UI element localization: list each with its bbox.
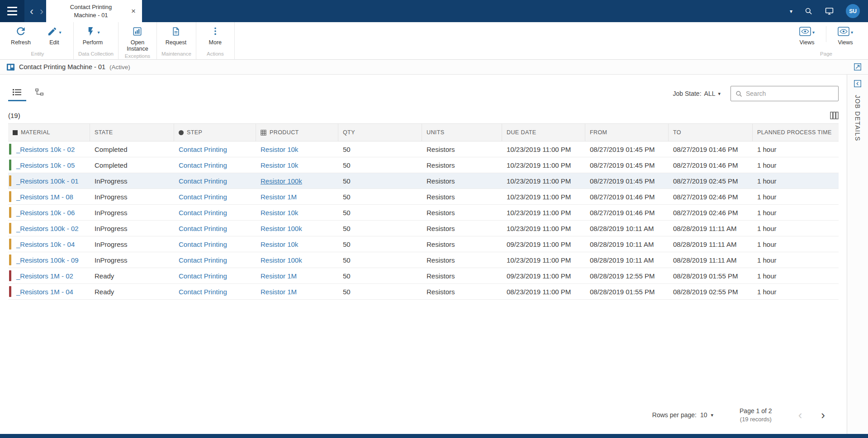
step-link[interactable]: Contact Printing — [179, 177, 227, 185]
product-link[interactable]: Resistor 100k — [261, 177, 302, 185]
table-row[interactable]: _Resistors 1M - 08InProgressContact Prin… — [8, 189, 839, 205]
step-link[interactable]: Contact Printing — [179, 209, 227, 217]
column-header-product[interactable]: PRODUCT — [256, 124, 338, 141]
table-row[interactable]: _Resistors 10k - 05CompletedContact Prin… — [8, 157, 839, 173]
ribbon-group-label-entity: Entity — [5, 50, 71, 58]
cell-step: Contact Printing — [174, 236, 256, 252]
cell-step: Contact Printing — [174, 189, 256, 204]
step-link[interactable]: Contact Printing — [179, 240, 227, 248]
status-accent-bar — [9, 144, 11, 155]
product-link[interactable]: Resistor 10k — [261, 240, 298, 248]
perform-button-label: Perform — [83, 39, 103, 46]
column-header-due-date[interactable]: DUE DATE — [502, 124, 585, 141]
cell-step: Contact Printing — [174, 141, 256, 157]
back-chevron-icon[interactable]: ‹ — [30, 6, 33, 17]
perform-button[interactable]: ▾ Perform — [76, 25, 109, 46]
cell-step: Contact Printing — [174, 173, 256, 188]
close-icon[interactable]: × — [129, 6, 138, 17]
chevron-down-icon[interactable]: ▾ — [790, 8, 792, 14]
product-link[interactable]: Resistor 1M — [261, 193, 297, 201]
table-row[interactable]: _Resistors 100k - 02InProgressContact Pr… — [8, 221, 839, 236]
ribbon-group-label-maintenance: Maintenance — [160, 50, 193, 58]
material-link[interactable]: _Resistors 1M - 08 — [16, 193, 73, 201]
status-accent-bar — [9, 175, 11, 186]
refresh-button[interactable]: Refresh — [5, 25, 37, 46]
job-state-filter[interactable]: Job State: ALL ▾ — [673, 90, 721, 97]
table-row[interactable]: _Resistors 100k - 09InProgressContact Pr… — [8, 252, 839, 268]
views-button-1[interactable]: ▾ Views — [791, 25, 823, 46]
column-header-from[interactable]: FROM — [585, 124, 669, 141]
step-link[interactable]: Contact Printing — [179, 288, 227, 296]
step-link[interactable]: Contact Printing — [179, 193, 227, 201]
list-view-toggle[interactable] — [8, 86, 26, 101]
material-link[interactable]: _Resistors 100k - 09 — [16, 256, 79, 264]
tab-contact-printing-machine[interactable]: Contact Printing Machine - 01 × — [46, 0, 142, 22]
product-link[interactable]: Resistor 10k — [261, 161, 298, 169]
next-page-icon[interactable]: › — [821, 409, 825, 421]
column-header-units[interactable]: UNITS — [422, 124, 502, 141]
table-row[interactable]: _Resistors 10k - 02CompletedContact Prin… — [8, 141, 839, 157]
rows-per-page-select[interactable]: Rows per page: 10 ▾ — [652, 411, 713, 419]
open-instance-button[interactable]: Open Instance — [121, 25, 154, 52]
column-header-to[interactable]: TO — [669, 124, 753, 141]
expand-panel-icon[interactable] — [854, 80, 862, 88]
column-header-step[interactable]: STEP — [174, 124, 256, 141]
table-row[interactable]: _Resistors 10k - 06InProgressContact Pri… — [8, 205, 839, 221]
material-link[interactable]: _Resistors 1M - 04 — [16, 288, 73, 296]
pager-controls: ‹ › — [798, 409, 837, 421]
previous-page-icon[interactable]: ‹ — [798, 409, 802, 421]
column-chooser-icon[interactable] — [830, 112, 839, 119]
forward-chevron-icon[interactable]: › — [40, 6, 43, 17]
caret-down-icon: ▾ — [59, 30, 61, 35]
table-row[interactable]: _Resistors 100k - 01InProgressContact Pr… — [8, 173, 839, 189]
material-link[interactable]: _Resistors 100k - 01 — [16, 177, 79, 185]
views-button-label: Views — [799, 39, 814, 46]
ellipsis-vertical-icon — [210, 26, 220, 38]
product-link[interactable]: Resistor 100k — [261, 256, 302, 264]
refresh-icon — [15, 25, 27, 39]
monitor-icon[interactable] — [825, 6, 834, 16]
product-link[interactable]: Resistor 10k — [261, 209, 298, 217]
product-link[interactable]: Resistor 100k — [261, 225, 302, 232]
material-link[interactable]: _Resistors 100k - 02 — [16, 225, 79, 232]
table-row[interactable]: _Resistors 1M - 02ReadyContact PrintingR… — [8, 268, 839, 284]
step-link[interactable]: Contact Printing — [179, 225, 227, 232]
material-link[interactable]: _Resistors 10k - 06 — [16, 209, 75, 217]
product-link[interactable]: Resistor 10k — [261, 146, 298, 153]
entity-board-icon — [6, 63, 15, 71]
column-header-qty[interactable]: QTY — [338, 124, 422, 141]
tab-title-line2: Machine - 01 — [52, 11, 129, 19]
cell-qty: 50 — [338, 189, 422, 204]
column-header-state[interactable]: STATE — [90, 124, 174, 141]
step-link[interactable]: Contact Printing — [179, 256, 227, 264]
user-avatar[interactable]: SU — [846, 4, 860, 18]
product-link[interactable]: Resistor 1M — [261, 272, 297, 280]
material-link[interactable]: _Resistors 10k - 04 — [16, 240, 75, 248]
product-link[interactable]: Resistor 1M — [261, 288, 297, 296]
list-view-icon — [12, 88, 22, 98]
material-link[interactable]: _Resistors 1M - 02 — [16, 272, 73, 280]
material-link[interactable]: _Resistors 10k - 02 — [16, 146, 75, 153]
cell-qty: 50 — [338, 141, 422, 157]
column-header-material[interactable]: MATERIAL — [8, 124, 90, 141]
material-link[interactable]: _Resistors 10k - 05 — [16, 161, 75, 169]
step-link[interactable]: Contact Printing — [179, 146, 227, 153]
main-panel: Job State: ALL ▾ (19) — [0, 75, 847, 434]
step-icon — [179, 130, 184, 135]
request-button[interactable]: Request — [160, 25, 192, 46]
cell-due-date: 10/23/2019 11:00 PM — [502, 221, 585, 236]
step-link[interactable]: Contact Printing — [179, 161, 227, 169]
rows-per-page-label: Rows per page: — [652, 411, 697, 419]
table-row[interactable]: _Resistors 10k - 04InProgressContact Pri… — [8, 236, 839, 252]
views-button-2[interactable]: ▾ Views — [829, 25, 862, 46]
column-header-planned-process-time[interactable]: PLANNED PROCESS TIME — [753, 124, 839, 141]
table-row[interactable]: _Resistors 1M - 04ReadyContact PrintingR… — [8, 284, 839, 300]
search-input[interactable] — [746, 90, 834, 97]
edit-button[interactable]: ▾ Edit — [38, 25, 71, 46]
step-link[interactable]: Contact Printing — [179, 272, 227, 280]
search-icon[interactable] — [804, 7, 813, 15]
more-button[interactable]: More — [199, 25, 232, 46]
open-panel-icon[interactable] — [854, 63, 862, 71]
hamburger-menu-icon[interactable] — [0, 0, 24, 22]
hierarchy-view-toggle[interactable] — [31, 86, 49, 101]
